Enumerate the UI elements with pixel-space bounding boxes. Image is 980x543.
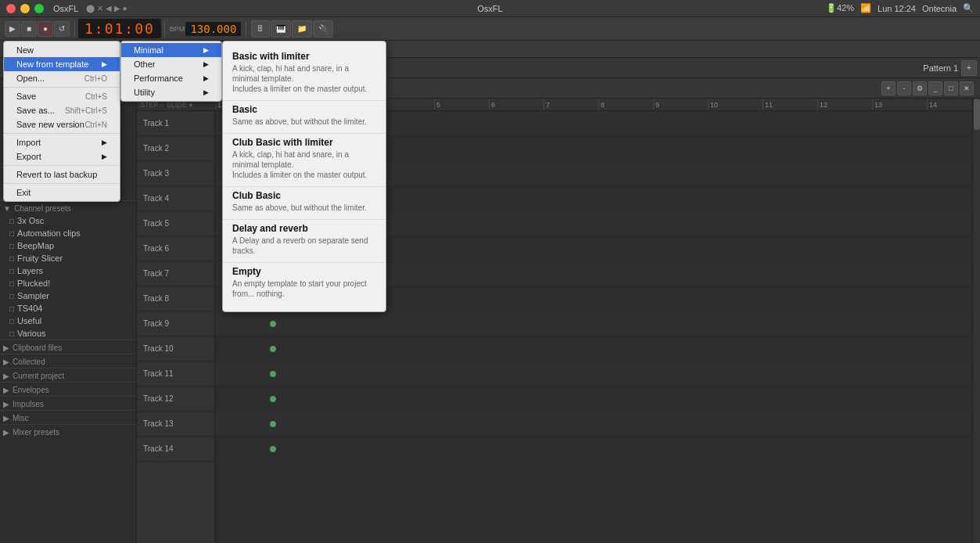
- menu-save[interactable]: Save Ctrl+S: [4, 89, 120, 103]
- search-icon[interactable]: 🔍: [963, 3, 974, 13]
- wifi-icon: 📶: [860, 3, 871, 13]
- menu-open[interactable]: Open... Ctrl+O: [4, 71, 120, 85]
- record-button[interactable]: ●: [38, 21, 53, 37]
- track-dot: [270, 346, 276, 352]
- vertical-scrollbar[interactable]: [972, 99, 980, 543]
- settings-btn[interactable]: ⚙: [913, 81, 927, 95]
- collected-arrow: ▶: [3, 358, 9, 366]
- zoom-in[interactable]: +: [881, 81, 896, 95]
- track-label-10: Track 10: [137, 336, 214, 361]
- misc-arrow: ▶: [3, 414, 9, 423]
- step-label: STEP ○ SLIDE ●: [140, 101, 193, 109]
- template-title: Basic with limiter: [232, 51, 376, 62]
- menu-import[interactable]: Import ▶: [4, 135, 120, 149]
- preset-plucked[interactable]: □ Plucked!: [0, 277, 136, 289]
- track-dot: [270, 421, 276, 427]
- preset-ts404[interactable]: □ TS404: [0, 302, 136, 315]
- tick-14: 14: [927, 99, 937, 111]
- browser-button[interactable]: 📁: [292, 20, 312, 38]
- close-btn[interactable]: ✕: [960, 81, 974, 95]
- channel-presets-label: Channel presets: [14, 204, 71, 213]
- preset-various[interactable]: □ Various: [0, 327, 136, 340]
- maximize-button[interactable]: [34, 4, 44, 13]
- menu-revert[interactable]: Revert to last backup: [4, 167, 120, 182]
- maximize-btn[interactable]: □: [944, 81, 958, 95]
- mixer-presets-section: ▶ Mixer presets: [0, 424, 136, 438]
- template-title: Delay and reverb: [232, 223, 376, 234]
- folder-icon: □: [9, 317, 14, 325]
- menu-new-from-template[interactable]: New from template ▶: [4, 57, 120, 71]
- track-row-12[interactable]: [215, 387, 972, 412]
- stop-button[interactable]: ■: [21, 21, 37, 37]
- template-delay-reverb[interactable]: Delay and reverb A Delay and a reverb on…: [223, 220, 386, 263]
- track-label-13: Track 13: [137, 412, 214, 437]
- preset-useful[interactable]: □ Useful: [0, 315, 136, 327]
- piano-roll-button[interactable]: 🎹: [271, 20, 291, 38]
- menu-sep1: [4, 87, 120, 88]
- preset-3xosc[interactable]: □ 3x Osc: [0, 214, 136, 227]
- menu-new[interactable]: New: [4, 43, 120, 57]
- clipboard-section: ▶ Clipboard files: [0, 340, 136, 354]
- play-button[interactable]: ▶: [5, 21, 20, 37]
- track-labels: STEP ○ SLIDE ● Track 1 Track 2 Track 3 T…: [137, 99, 215, 543]
- pattern-add[interactable]: +: [961, 60, 977, 76]
- current-project-arrow: ▶: [3, 372, 9, 380]
- scrollbar-thumb[interactable]: [974, 99, 980, 130]
- folder-icon: □: [9, 229, 14, 238]
- zoom-out[interactable]: -: [897, 81, 911, 95]
- utility-arrow: ▶: [203, 88, 209, 96]
- track-row-9[interactable]: [215, 311, 972, 336]
- preset-beepmap[interactable]: □ BeepMap: [0, 239, 136, 252]
- template-club-basic-with-limiter[interactable]: Club Basic with limiter A kick, clap, hi…: [223, 134, 386, 187]
- plugin-button[interactable]: 🔌: [313, 20, 333, 38]
- menu-sep3: [4, 165, 120, 166]
- minimize-button[interactable]: [20, 4, 30, 13]
- track-label-3: Track 3: [137, 161, 214, 186]
- template-minimal[interactable]: Minimal ▶: [121, 43, 221, 57]
- folder-icon: □: [9, 267, 14, 275]
- misc-section: ▶ Misc: [0, 410, 136, 424]
- menu-export[interactable]: Export ▶: [4, 149, 120, 164]
- template-empty[interactable]: Empty An empty template to start your pr…: [223, 263, 386, 305]
- track-label-5: Track 5: [137, 211, 214, 236]
- template-submenu: Minimal ▶ Other ▶ Performance ▶ Utility …: [120, 41, 222, 102]
- track-row-10[interactable]: [215, 336, 972, 361]
- tick-5: 5: [434, 99, 440, 111]
- template-club-basic[interactable]: Club Basic Same as above, but without th…: [223, 187, 386, 220]
- template-utility[interactable]: Utility ▶: [121, 85, 221, 99]
- track-label-1: Track 1: [137, 111, 214, 136]
- track-label-6: Track 6: [137, 236, 214, 261]
- track-label-8: Track 8: [137, 286, 214, 311]
- impulses-section: ▶ Impulses: [0, 396, 136, 410]
- mixer-button[interactable]: 🎚: [251, 20, 270, 38]
- playlist-controls: + - ⚙ _ □ ✕: [881, 81, 974, 95]
- bpm-display[interactable]: 130.000: [185, 22, 241, 36]
- preset-automation[interactable]: □ Automation clips: [0, 227, 136, 239]
- loop-button[interactable]: ↺: [54, 21, 70, 37]
- preset-layers[interactable]: □ Layers: [0, 264, 136, 277]
- track-row-14[interactable]: [215, 437, 972, 462]
- menu-save-new-version[interactable]: Save new version Ctrl+N: [4, 117, 120, 131]
- current-project-label: Current project: [13, 372, 64, 380]
- envelopes-arrow: ▶: [3, 386, 9, 394]
- channel-presets-section: ▼ Channel presets: [0, 200, 136, 214]
- preset-sampler[interactable]: □ Sampler: [0, 289, 136, 302]
- mac-controls: OsxFL ⬤ ✕ ◀ ▶ ●: [6, 4, 127, 13]
- file-menu-dropdown: New New from template ▶ Open... Ctrl+O S…: [3, 41, 120, 202]
- main-toolbar: ▶ ■ ● ↺ 1:01:00 BPM 130.000 🎚 🎹 📁 🔌: [0, 17, 980, 41]
- track-label-4: Track 4: [137, 186, 214, 211]
- track-row-13[interactable]: [215, 412, 972, 437]
- track-dot: [270, 446, 276, 452]
- template-basic[interactable]: Basic Same as above, but without the lim…: [223, 101, 386, 134]
- track-row-11[interactable]: [215, 361, 972, 387]
- template-basic-with-limiter[interactable]: Basic with limiter A kick, clap, hi hat …: [223, 48, 386, 101]
- close-button[interactable]: [6, 4, 16, 13]
- transport-group: ▶ ■ ● ↺: [3, 21, 71, 37]
- menu-exit[interactable]: Exit: [4, 185, 120, 200]
- template-other[interactable]: Other ▶: [121, 57, 221, 71]
- minimize-btn[interactable]: _: [928, 81, 942, 95]
- preset-fruity-slicer[interactable]: □ Fruity Slicer: [0, 252, 136, 264]
- menu-save-as[interactable]: Save as... Shift+Ctrl+S: [4, 103, 120, 117]
- template-performance[interactable]: Performance ▶: [121, 71, 221, 85]
- submenu-arrow: ▶: [102, 60, 107, 68]
